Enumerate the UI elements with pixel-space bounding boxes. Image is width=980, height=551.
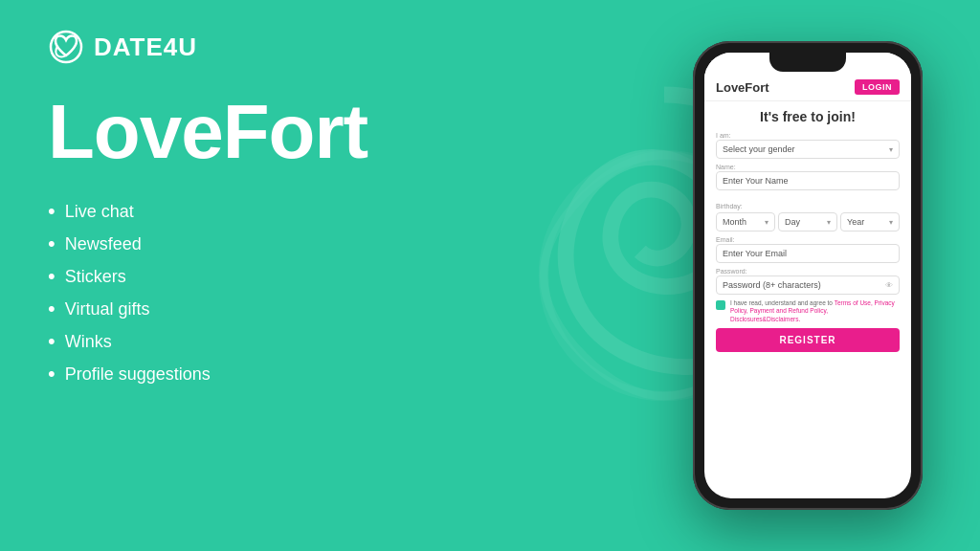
email-group: Email: Enter Your Email [716,236,900,263]
feature-item: Virtual gifts [48,297,488,321]
name-label: Name: [716,164,900,170]
gender-label: I am: [716,132,900,139]
year-select[interactable]: Year ▾ [840,212,900,231]
terms-link[interactable]: Terms of Use, Privacy Policy, Payment an… [730,299,895,322]
left-panel: DATE4U LoveFort Live chatNewsfeedSticker… [0,0,536,551]
feature-item: Winks [48,329,488,354]
feature-item: Newsfeed [48,231,488,256]
name-group: Name: Enter Your Name [716,164,900,190]
logo-area: DATE4U [48,29,488,65]
day-arrow-icon: ▾ [827,218,831,227]
logo-text: DATE4U [94,33,197,62]
terms-checkbox[interactable] [716,300,725,310]
birthday-row: Month ▾ Day ▾ Year ▾ [716,212,900,231]
year-arrow-icon: ▾ [889,218,893,227]
phone-screen: LoveFort LOGIN It's free to join! I am: … [704,53,911,498]
email-input[interactable]: Enter Your Email [716,244,900,263]
name-input[interactable]: Enter Your Name [716,171,900,190]
feature-item: Profile suggestions [48,362,488,386]
login-button[interactable]: LOGIN [855,79,900,95]
month-arrow-icon: ▾ [765,218,768,227]
phone-notch [769,53,846,72]
phone-outer: LoveFort LOGIN It's free to join! I am: … [693,41,923,510]
birthday-group: Birthday: Month ▾ Day ▾ Year ▾ [716,195,900,231]
gender-placeholder: Select your gender [723,144,795,154]
features-list: Live chatNewsfeedStickersVirtual giftsWi… [48,199,488,386]
terms-text: I have read, understand and agree to Ter… [730,299,900,323]
month-select[interactable]: Month ▾ [716,212,775,231]
terms-row: I have read, understand and agree to Ter… [716,299,900,323]
password-group: Password: Password (8+ characters) 👁 [716,268,900,295]
eye-icon: 👁 [885,281,893,290]
feature-item: Live chat [48,199,488,224]
main-title: LoveFort [48,94,488,170]
month-placeholder: Month [723,217,746,227]
year-placeholder: Year [847,217,864,227]
gender-group: I am: Select your gender ▾ [716,132,900,159]
day-select[interactable]: Day ▾ [778,212,837,231]
email-placeholder: Enter Your Email [723,249,787,258]
phone-mockup: LoveFort LOGIN It's free to join! I am: … [693,41,923,510]
logo-icon [48,29,84,65]
password-row: Password (8+ characters) 👁 [723,280,893,290]
gender-arrow-icon: ▾ [889,145,893,154]
app-form: It's free to join! I am: Select your gen… [704,101,911,360]
gender-select[interactable]: Select your gender ▾ [716,140,900,159]
password-label: Password: [716,268,900,275]
name-placeholder: Enter Your Name [723,176,789,186]
day-placeholder: Day [785,217,800,227]
birthday-label: Birthday: [716,203,743,209]
feature-item: Stickers [48,264,488,289]
register-button[interactable]: REGISTER [716,328,900,352]
form-title: It's free to join! [716,109,900,124]
svg-point-0 [51,32,81,62]
password-input[interactable]: Password (8+ characters) 👁 [716,276,900,295]
email-label: Email: [716,236,900,243]
password-placeholder: Password (8+ characters) [723,280,821,290]
app-header-logo: LoveFort [716,80,769,95]
